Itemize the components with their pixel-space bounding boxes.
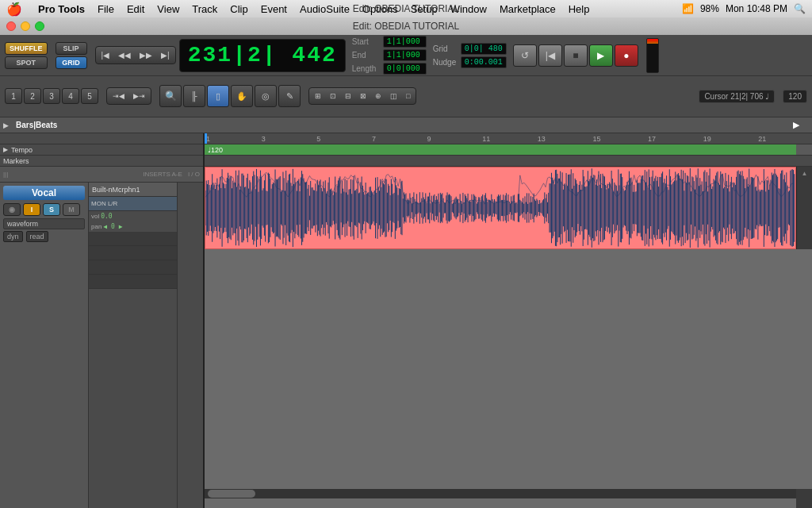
tempo-bar: ♩120 — [205, 144, 812, 156]
extra-btn-3[interactable]: ⊟ — [341, 90, 355, 102]
shuffle-mode-button[interactable]: SHUFFLE — [5, 42, 48, 55]
search-icon[interactable]: 🔍 — [794, 3, 806, 14]
forward-button[interactable]: ▶▶ — [136, 48, 156, 62]
extra-btn-6[interactable]: ◫ — [386, 90, 401, 102]
track-mute-button[interactable]: M — [63, 203, 80, 216]
inserts-ae-header: INSERTS A-E — [143, 171, 182, 178]
tool-selector-group: 🔍 ╟ ▯ ✋ ◎ ✎ — [159, 85, 301, 107]
menu-clip[interactable]: Clip — [224, 3, 254, 15]
extra-btn-4[interactable]: ⊠ — [356, 90, 370, 102]
minimize-button[interactable] — [21, 21, 30, 31]
ruler-mark-3: 3 — [262, 135, 266, 143]
mem-loc-2[interactable]: 2 — [24, 88, 41, 104]
selector-tool[interactable]: ▯ — [207, 85, 229, 107]
pan-row: pan ◀ 0 ▶ — [89, 221, 177, 232]
menu-help[interactable]: Help — [562, 3, 596, 15]
back-step-button[interactable]: |◀ — [98, 48, 114, 62]
track-input-button[interactable]: I — [23, 203, 40, 216]
channel-buttons: ◉ I S M — [3, 203, 85, 216]
tempo-expand[interactable]: ▶ — [3, 146, 8, 153]
zoom-tool[interactable]: 🔍 — [159, 85, 182, 107]
mem-loc-5[interactable]: 5 — [81, 88, 98, 104]
h-scrollbar-thumb[interactable] — [208, 490, 255, 498]
menu-file[interactable]: File — [91, 3, 121, 15]
length-value[interactable]: 0|0|000 — [383, 63, 427, 75]
tempo-label: Tempo — [11, 146, 33, 154]
track-solo-button[interactable]: S — [43, 203, 60, 216]
menu-view[interactable]: View — [151, 3, 186, 15]
h-scrollbar[interactable] — [205, 489, 796, 498]
insert-slot-4[interactable] — [89, 260, 177, 275]
grid-value[interactable]: 0|0| 480 — [461, 43, 507, 55]
mem-loc-4[interactable]: 4 — [62, 88, 79, 104]
extra-btn-1[interactable]: ⊞ — [311, 90, 325, 102]
toolbar-row1: SHUFFLE SPOT SLIP GRID |◀ ◀◀ ▶▶ ▶| 231|2… — [0, 35, 812, 76]
trim-tool[interactable]: ╟ — [183, 85, 205, 107]
pan-value[interactable]: ◀ 0 ▶ — [103, 223, 122, 230]
loop-button[interactable]: ↺ — [513, 44, 537, 67]
scrubber-tool[interactable]: ◎ — [255, 85, 277, 107]
nudge-value[interactable]: 0:00.001 — [461, 56, 507, 68]
grabber-tool[interactable]: ✋ — [231, 85, 253, 107]
insert-slot-5[interactable] — [89, 275, 177, 289]
insert-slot-2[interactable] — [89, 232, 177, 246]
extra-btn-7[interactable]: □ — [402, 90, 414, 102]
track-scroll-up[interactable]: ▲ — [797, 170, 812, 177]
io-routing[interactable]: MON L/R — [89, 197, 177, 211]
start-value[interactable]: 1|1|000 — [383, 36, 427, 48]
slip-mode-button[interactable]: SLIP — [56, 42, 87, 55]
maximize-button[interactable] — [35, 21, 44, 31]
grid-mode-button[interactable]: GRID — [56, 56, 87, 69]
play-button[interactable]: ▶ — [589, 44, 613, 67]
edit-toolbar-right-arrow[interactable]: ▶ — [793, 120, 809, 130]
mem-loc-1[interactable]: 1 — [5, 88, 22, 104]
vol-label: vol — [91, 213, 99, 220]
mem-loc-3[interactable]: 3 — [43, 88, 60, 104]
spot-mode-button[interactable]: SPOT — [5, 56, 48, 69]
menu-edit[interactable]: Edit — [121, 3, 151, 15]
menu-marketplace[interactable]: Marketplace — [493, 3, 562, 15]
record-button[interactable]: ● — [615, 44, 638, 67]
close-button[interactable] — [6, 21, 16, 31]
length-label: Length — [352, 64, 380, 73]
audio-track-region: ▲ — [205, 167, 812, 249]
back-button[interactable]: ◀◀ — [114, 48, 135, 62]
tab-transient-right[interactable]: ▶⇥ — [129, 90, 149, 102]
menu-audiosuite[interactable]: AudioSuite — [293, 3, 356, 15]
toolbar-row2: 1 2 3 4 5 ⇥◀ ▶⇥ 🔍 ╟ ▯ ✋ ◎ ✎ ⊞ ⊡ ⊟ ⊠ ⊕ ◫ — [0, 76, 812, 116]
menubar-title: Edit: OBEDIA TUTORIAL — [353, 3, 459, 14]
ruler-mark-9: 9 — [427, 135, 431, 143]
insert-slot-plugin[interactable]: Built-nMcrphn1 — [89, 183, 177, 197]
insert-slot-3[interactable] — [89, 246, 177, 260]
bars-beats-label: Bars|Beats — [16, 121, 57, 129]
stop-button[interactable]: ■ — [564, 44, 588, 67]
track-power-button[interactable]: ◉ — [3, 203, 21, 216]
start-label: Start — [352, 37, 380, 46]
tab-transient-left[interactable]: ⇥◀ — [109, 90, 128, 102]
menu-event[interactable]: Event — [255, 3, 293, 15]
timeline-ruler: 13579111315171921 — [205, 133, 812, 144]
forward-end-button[interactable]: ▶| — [157, 48, 174, 62]
extra-transport-group: ⊞ ⊡ ⊟ ⊠ ⊕ ◫ □ — [308, 87, 416, 105]
left-ruler-placeholder — [0, 133, 203, 144]
pencil-tool[interactable]: ✎ — [278, 85, 301, 107]
track-view-selector[interactable]: waveform — [3, 218, 85, 229]
track-list: ▶ Tempo Markers ||| INSERTS A-E I / O Vo… — [0, 133, 205, 508]
apple-menu[interactable]: 🍎 — [6, 2, 22, 17]
return-to-zero-button[interactable]: |◀ — [538, 44, 562, 67]
scrollbar-corner — [796, 489, 812, 508]
audio-clip[interactable] — [205, 167, 796, 249]
grid-display: Grid 0|0| 480 Nudge 0:00.001 — [433, 43, 507, 68]
menu-track[interactable]: Track — [186, 3, 224, 15]
track-dyn-button[interactable]: dyn — [3, 231, 23, 242]
playback-controls: ↺ |◀ ■ ▶ ● — [513, 44, 638, 67]
extra-btn-2[interactable]: ⊡ — [326, 90, 340, 102]
vol-value[interactable]: 0.0 — [101, 213, 112, 220]
app-name[interactable]: Pro Tools — [32, 3, 91, 15]
track-read-button[interactable]: read — [26, 231, 48, 242]
extra-btn-5[interactable]: ⊕ — [371, 90, 385, 102]
length-row: Length 0|0|000 — [352, 63, 427, 75]
nudge-row: Nudge 0:00.001 — [433, 56, 507, 68]
edit-toolbar-expand[interactable]: ▶ — [3, 121, 9, 129]
end-value[interactable]: 1|1|000 — [383, 49, 427, 61]
